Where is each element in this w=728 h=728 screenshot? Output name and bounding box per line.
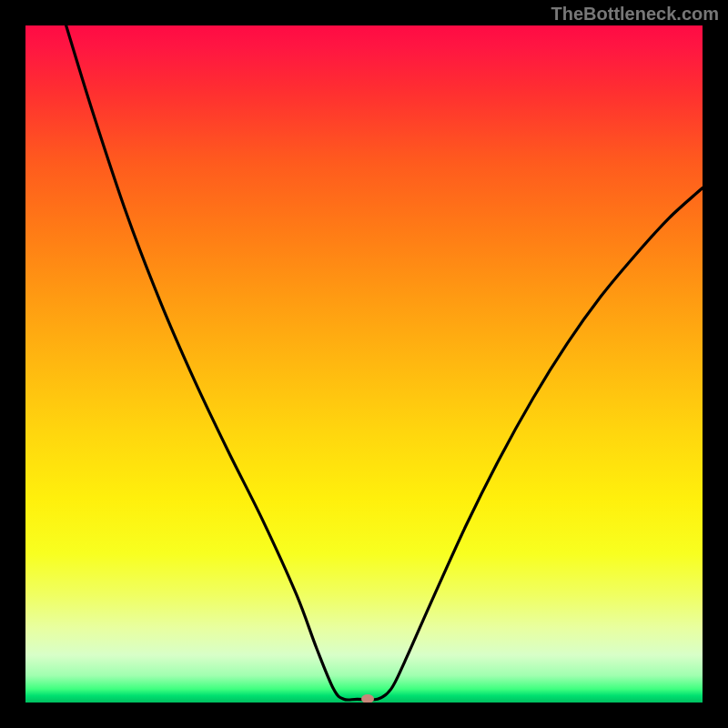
bottleneck-curve: [66, 25, 703, 700]
chart-container: TheBottleneck.com: [0, 0, 728, 728]
watermark-text: TheBottleneck.com: [551, 4, 719, 25]
curve-svg: [25, 25, 703, 703]
plot-area: [25, 25, 703, 703]
optimum-marker: [361, 694, 374, 703]
